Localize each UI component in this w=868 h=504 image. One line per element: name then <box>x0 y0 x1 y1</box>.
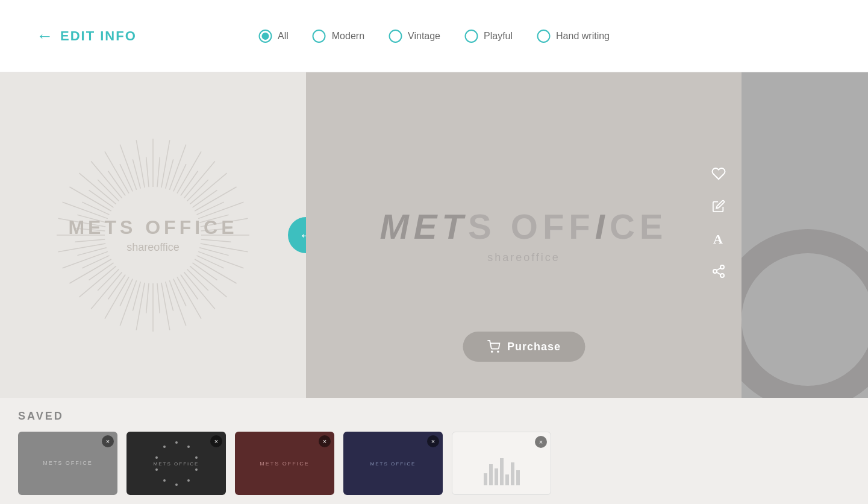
svg-line-76 <box>717 272 721 275</box>
svg-point-82 <box>195 456 198 459</box>
thumbnail-4[interactable]: × METS OFFICE <box>343 432 443 495</box>
card-left-text: METS OFFICE shareoffice <box>68 216 237 254</box>
svg-line-53 <box>157 283 160 313</box>
svg-point-85 <box>175 484 178 486</box>
filter-nav: All Modern Vintage Playful Hand writing <box>258 30 610 43</box>
svg-line-37 <box>166 159 173 188</box>
svg-point-89 <box>163 446 166 448</box>
thumb4-text: METS OFFICE <box>370 461 416 466</box>
svg-line-38 <box>173 164 186 191</box>
thumb1-text: METS OFFICE <box>43 460 93 466</box>
thumb5-bars <box>484 458 520 485</box>
thumb2-text: METS OFFICE <box>154 461 199 466</box>
svg-line-32 <box>91 161 122 198</box>
radio-all[interactable] <box>258 30 272 43</box>
bottom-section: SAVED × METS OFFICE × METS OFFICE <box>0 398 868 504</box>
svg-line-71 <box>146 157 149 187</box>
svg-line-69 <box>120 164 133 191</box>
thumb3-text: METS OFFICE <box>260 461 310 467</box>
svg-line-56 <box>120 279 133 306</box>
card-right <box>742 72 868 398</box>
filter-vintage[interactable]: Vintage <box>389 30 440 43</box>
edit-info-button[interactable]: ← EDIT INFO <box>36 27 137 46</box>
brand-part3: I <box>595 207 610 246</box>
card-center-brand: METS OFFICE <box>380 206 668 247</box>
svg-line-13 <box>190 266 226 297</box>
filter-vintage-label: Vintage <box>408 31 440 42</box>
filter-playful-label: Playful <box>484 31 513 42</box>
thumbnail-5-close[interactable]: × <box>535 436 547 448</box>
svg-line-60 <box>82 256 109 268</box>
cart-icon <box>487 340 500 353</box>
svg-line-47 <box>197 256 224 268</box>
svg-point-88 <box>155 456 158 459</box>
brand-part2: S OFF <box>468 207 595 246</box>
svg-line-35 <box>136 140 145 187</box>
header: ← EDIT INFO All Modern Vintage Playful H… <box>0 0 868 72</box>
svg-line-1 <box>161 140 170 187</box>
svg-line-42 <box>197 202 224 215</box>
radio-playful[interactable] <box>464 30 478 43</box>
svg-point-81 <box>187 446 190 448</box>
font-button[interactable]: A <box>708 228 729 250</box>
svg-point-74 <box>713 269 717 273</box>
filter-all[interactable]: All <box>258 30 289 43</box>
thumbnail-1[interactable]: × METS OFFICE <box>18 432 117 495</box>
share-button[interactable] <box>708 260 729 282</box>
svg-line-19 <box>136 283 145 330</box>
radio-modern[interactable] <box>313 30 326 43</box>
thumbnail-2-close[interactable]: × <box>210 435 222 447</box>
svg-line-31 <box>79 173 116 204</box>
radio-handwriting[interactable] <box>537 30 550 43</box>
edit-button[interactable] <box>708 195 729 217</box>
thumbnails-row: × METS OFFICE × METS OFFICE × <box>18 432 850 495</box>
thumbnail-4-close[interactable]: × <box>427 435 439 447</box>
svg-line-65 <box>82 202 109 215</box>
svg-text:A: A <box>713 232 723 246</box>
purchase-button[interactable]: Purchase <box>463 332 585 362</box>
svg-line-54 <box>146 283 149 313</box>
heart-button[interactable] <box>708 163 729 184</box>
brand-part4: CE <box>610 207 668 246</box>
thumbnail-1-close[interactable]: × <box>102 435 114 447</box>
brand-part1: MET <box>380 207 468 246</box>
card-left: METS OFFICE shareoffice ← <box>0 72 306 398</box>
main-content: METS OFFICE shareoffice ← METS OFFICE sh… <box>0 72 868 398</box>
svg-line-36 <box>157 157 160 187</box>
arrow-left-icon: ← <box>36 27 54 46</box>
card-center-tagline: shareoffice <box>380 251 668 264</box>
thumbnail-2[interactable]: × METS OFFICE <box>126 432 226 495</box>
svg-point-79 <box>497 351 498 352</box>
purchase-label: Purchase <box>507 341 561 353</box>
thumbnail-3-close[interactable]: × <box>319 435 331 447</box>
svg-line-77 <box>717 268 721 271</box>
svg-point-87 <box>155 468 158 471</box>
card-left-brand: METS OFFICE <box>68 216 237 239</box>
filter-playful[interactable]: Playful <box>464 30 513 43</box>
svg-line-4 <box>184 161 214 198</box>
svg-point-75 <box>720 274 724 277</box>
svg-point-78 <box>491 351 492 352</box>
svg-line-55 <box>133 282 140 310</box>
svg-line-52 <box>166 282 173 310</box>
radio-vintage[interactable] <box>389 30 402 43</box>
card-actions: A <box>708 163 729 282</box>
filter-modern[interactable]: Modern <box>313 30 364 43</box>
edit-info-label: EDIT INFO <box>60 28 137 44</box>
thumbnail-5[interactable]: × <box>452 432 551 495</box>
svg-line-51 <box>173 279 186 306</box>
svg-point-86 <box>163 479 166 482</box>
svg-line-5 <box>190 173 226 204</box>
svg-point-83 <box>195 468 198 471</box>
back-button[interactable]: ← <box>288 217 306 253</box>
svg-point-73 <box>720 265 724 269</box>
svg-point-80 <box>175 441 178 444</box>
filter-modern-label: Modern <box>332 31 364 42</box>
svg-line-22 <box>91 272 122 309</box>
thumbnail-3[interactable]: × METS OFFICE <box>235 432 334 495</box>
filter-handwriting[interactable]: Hand writing <box>537 30 610 43</box>
svg-line-14 <box>184 272 214 309</box>
back-arrow-icon: ← <box>299 227 306 244</box>
svg-line-17 <box>161 283 170 330</box>
svg-line-70 <box>133 159 140 188</box>
